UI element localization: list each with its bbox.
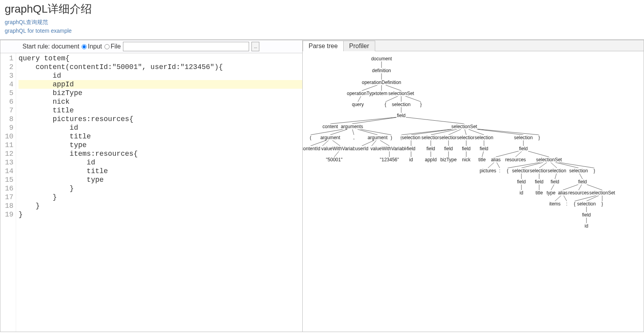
tree-node[interactable]: resources [505,157,527,162]
tree-node[interactable]: , [353,135,355,140]
panel-wrap: Start rule: document Input File ... 1234… [0,39,644,332]
tree-node[interactable]: query [352,102,364,107]
radio-input[interactable]: Input [82,43,102,50]
tree-node[interactable]: ( [309,135,312,140]
tree-node[interactable]: } [538,135,540,140]
tree-node[interactable]: field [444,146,453,151]
tree-node[interactable]: selection [512,168,531,174]
tree-node[interactable]: bizType [440,157,457,162]
tree-node[interactable]: : [499,168,501,174]
line-gutter: 12345678910111213141516171819 [0,53,16,332]
tree-node[interactable]: argument [320,135,341,140]
tree-node[interactable]: appId [424,157,437,162]
page-header: graphQL详细介绍 graphQL查询规范 graphQL for tote… [0,0,644,38]
tree-node[interactable]: } [601,201,603,207]
tree-node[interactable]: operationDefinition [361,80,402,85]
tree-node[interactable]: : [566,201,568,207]
tree-node[interactable]: userId [355,146,369,151]
tree-node[interactable]: ) [390,135,393,140]
tree-node[interactable]: selectionSet [388,91,414,96]
code-editor[interactable]: 12345678910111213141516171819 query tote… [0,53,302,332]
tree-node[interactable]: valueWithVariable [321,146,359,151]
tree-node[interactable]: arguments [341,124,364,129]
tree-node[interactable]: selection [456,135,476,140]
tree-panel: Parse tree Profiler documentdefinitionop… [303,40,644,332]
tree-node[interactable]: nick [462,157,471,162]
tree-node[interactable]: contentId [303,146,321,151]
tree-node[interactable]: field [462,146,471,151]
tree-node[interactable]: field [479,146,489,151]
browse-button[interactable]: ... [251,42,259,51]
tree-node[interactable]: alias [491,157,501,162]
tree-node[interactable]: title [478,157,486,162]
svg-line-10 [330,117,401,124]
tree-node[interactable]: pictures [479,168,497,174]
parse-tree-area[interactable]: documentdefinitionoperationDefinitionope… [303,51,644,332]
start-rule-label: Start rule: document [22,43,79,50]
link-spec[interactable]: graphQL查询规范 [5,19,639,26]
tree-node[interactable]: field [396,113,406,118]
tree-node[interactable]: id [584,223,588,229]
tree-node[interactable]: selection [569,168,588,174]
tree-node[interactable]: } [593,168,596,174]
tree-node[interactable]: field [582,212,591,218]
tree-node[interactable]: document [371,56,393,62]
tree-node[interactable]: id [519,190,523,196]
file-path-input[interactable] [123,42,249,51]
tree-node[interactable]: selectionSet [451,124,477,129]
tree-node[interactable]: selectionSet [536,157,562,162]
tree-node[interactable]: selectionSet [589,190,615,196]
tree-node[interactable]: alias [558,190,568,196]
tree-node[interactable]: valueWithVariable [370,146,409,151]
tree-node[interactable]: type [546,190,556,196]
tree-node[interactable]: definition [372,68,391,73]
tree-node[interactable]: items [549,201,561,207]
tree-node[interactable]: id [409,157,413,162]
svg-line-12 [401,117,464,124]
tree-node[interactable]: operationType [346,91,377,96]
tree-node[interactable]: { [384,102,387,107]
tabs: Parse tree Profiler [303,40,644,51]
svg-line-11 [352,117,401,124]
page-title: graphQL详细介绍 [5,2,639,17]
tab-parse-tree[interactable]: Parse tree [303,41,344,51]
tree-node[interactable]: title [535,190,543,196]
code-area[interactable]: query totem{ content(contentId:"50001", … [16,53,302,332]
tree-node[interactable]: totem [375,91,388,96]
tree-node[interactable]: selection [547,168,566,174]
tree-node[interactable]: selection [401,135,421,140]
tree-node[interactable]: field [519,146,528,151]
editor-panel: Start rule: document Input File ... 1234… [0,40,303,332]
tree-node[interactable]: field [534,179,544,185]
tree-node[interactable]: "50001" [326,157,343,162]
tree-node[interactable]: selection [529,168,549,174]
tab-profiler[interactable]: Profiler [343,41,375,51]
tree-node[interactable]: { [573,201,576,207]
tree-node[interactable]: field [426,146,436,151]
link-example[interactable]: graphQL for totem example [5,28,639,34]
tree-node[interactable]: selection [391,102,411,107]
tree-node[interactable]: field [517,179,526,185]
tree-node[interactable]: selection [577,201,596,207]
editor-toolbar: Start rule: document Input File ... [0,40,302,53]
tree-node[interactable]: selection [421,135,440,140]
tree-node[interactable]: "123456" [380,157,400,162]
tree-node[interactable]: selection [439,135,458,140]
tree-node[interactable]: content [322,124,338,129]
radio-file[interactable]: File [104,43,121,50]
tree-node[interactable]: { [506,168,509,174]
tree-node[interactable]: field [550,179,560,185]
tree-node[interactable]: } [420,102,422,107]
tree-node[interactable]: selection [514,135,533,140]
tree-node[interactable]: selection [474,135,493,140]
tree-node[interactable]: field [578,179,587,185]
tree-node[interactable]: field [406,146,416,151]
tree-node[interactable]: resources [568,190,590,196]
tree-node[interactable]: argument [367,135,388,140]
